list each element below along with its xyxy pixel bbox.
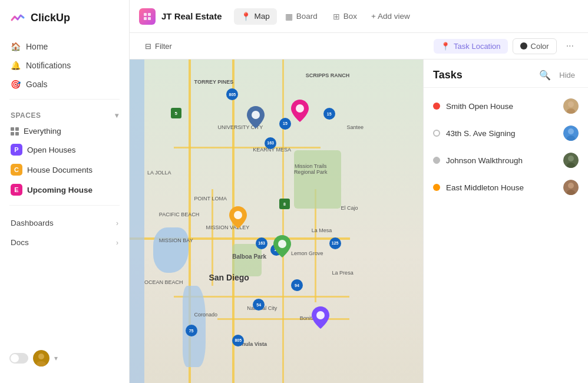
sidebar-item-open-houses[interactable]: P Open Houses: [5, 140, 124, 159]
search-button[interactable]: 🔍: [539, 70, 551, 81]
mission-bay-water: [153, 227, 189, 273]
filter-button[interactable]: ⊟ Filter: [139, 39, 178, 54]
sidebar-item-home[interactable]: 🏠 Home: [5, 38, 124, 55]
task-item[interactable]: 43th S. Ave Signing: [424, 120, 588, 147]
svg-point-16: [568, 128, 574, 134]
task-status-dot: [433, 157, 440, 164]
task-status-dot: [433, 103, 440, 110]
tasks-panel: Tasks 🔍 Hide Smith Open House: [423, 60, 588, 383]
user-avatar[interactable]: [33, 350, 49, 367]
user-menu-icon[interactable]: ▾: [54, 354, 58, 362]
sidebar-item-goals[interactable]: 🎯 Goals: [5, 75, 124, 93]
tasks-header: Tasks 🔍 Hide: [424, 60, 588, 88]
clickup-logo-icon: [9, 9, 26, 26]
map-label-torrey-pines: TORREY PINES: [194, 79, 234, 85]
section-docs[interactable]: Docs ›: [0, 230, 129, 249]
sidebar-item-house-documents[interactable]: C House Documents: [5, 160, 124, 179]
highway-badge-54: 54: [253, 299, 265, 311]
color-button[interactable]: Color: [513, 38, 557, 54]
grid-icon: [11, 127, 19, 136]
svg-point-10: [278, 240, 286, 248]
tab-label: Map: [255, 12, 270, 21]
svg-rect-5: [144, 17, 147, 20]
task-location-button[interactable]: 📍 Task Location: [434, 39, 508, 54]
svg-point-11: [316, 311, 325, 319]
task-name: 43th S. Ave Signing: [446, 129, 557, 138]
content-area: TORREY PINES SCRIPPS RANCH UNIVERSITY CI…: [130, 60, 588, 383]
sidebar-item-label: Open Houses: [27, 146, 76, 154]
map-label-lemon-grove: Lemon Grove: [291, 250, 323, 256]
section-dashboards[interactable]: Dashboards ›: [0, 210, 129, 230]
map-label-la-presa: La Presa: [332, 270, 354, 276]
home-icon: 🏠: [11, 42, 20, 51]
spaces-chevron-icon[interactable]: ▾: [115, 111, 119, 120]
highway-badge-15: 15: [279, 118, 291, 130]
filter-label: Filter: [155, 42, 172, 51]
map-label-santee: Santee: [347, 124, 364, 130]
sidebar-item-label: Home: [26, 42, 48, 51]
sidebar-bottom: ▾: [0, 343, 129, 374]
workspace-name: JT Real Estate: [161, 11, 222, 21]
map-label-pacific-beach: PACIFIC BEACH: [159, 212, 199, 217]
tab-board[interactable]: ▦ Board: [278, 8, 325, 25]
theme-toggle[interactable]: [9, 353, 28, 364]
sidebar-item-upcoming-house[interactable]: E Upcoming House: [5, 180, 124, 199]
mission-trails-park: [294, 150, 341, 209]
bell-icon: 🔔: [11, 61, 20, 70]
map-label-scripps-ranch: SCRIPPS RANCH: [306, 72, 350, 78]
box-icon: ⊞: [333, 12, 340, 21]
sidebar-item-label: Upcoming House: [27, 186, 93, 194]
map-pin-yellow[interactable]: [229, 206, 247, 231]
sidebar-item-everything[interactable]: Everything: [5, 123, 124, 139]
sidebar: ClickUp 🏠 Home 🔔 Notifications 🎯 Goals S…: [0, 0, 130, 383]
balboa-park: [232, 244, 262, 276]
main-content: JT Real Estate 📍 Map ▦ Board ⊞ Box + Add…: [130, 0, 588, 383]
tasks-actions: 🔍 Hide: [539, 70, 579, 81]
svg-point-1: [38, 354, 44, 359]
map-pin-blue[interactable]: [247, 106, 265, 131]
sidebar-item-notifications[interactable]: 🔔 Notifications: [5, 57, 124, 74]
task-status-dot: [433, 130, 440, 137]
map-label-chula-vista: Chula Vista: [238, 341, 267, 347]
task-name: Johnson Walkthrough: [446, 156, 557, 165]
tasks-title: Tasks: [433, 69, 463, 81]
add-view-button[interactable]: + Add view: [365, 8, 416, 24]
map-pin-purple[interactable]: [312, 306, 329, 331]
map-pin-pink[interactable]: [291, 100, 309, 124]
task-avatar: [563, 126, 579, 141]
filter-icon: ⊟: [145, 42, 151, 51]
more-options-button[interactable]: ···: [561, 38, 579, 54]
task-item[interactable]: Smith Open House: [424, 93, 588, 120]
task-item[interactable]: East Middleton House: [424, 174, 588, 201]
task-item[interactable]: Johnson Walkthrough: [424, 147, 588, 174]
target-icon: 🎯: [11, 80, 20, 89]
map-container[interactable]: TORREY PINES SCRIPPS RANCH UNIVERSITY CI…: [130, 60, 423, 383]
task-avatar: [563, 153, 579, 168]
highway-badge-94: 94: [291, 279, 303, 291]
color-label: Color: [531, 42, 549, 51]
map-label-ocean-beach: OCEAN BEACH: [144, 279, 183, 285]
logo-text: ClickUp: [31, 12, 70, 24]
map-label-national-city: National City: [247, 305, 277, 311]
tab-map[interactable]: 📍 Map: [234, 8, 277, 25]
svg-point-9: [234, 211, 242, 219]
highway-sr163: [212, 189, 213, 286]
task-location-label: Task Location: [454, 42, 501, 51]
svg-point-19: [568, 156, 574, 161]
spaces-header: Spaces ▾: [0, 104, 129, 123]
map-pin-green[interactable]: [273, 235, 291, 260]
location-pin-icon: 📍: [441, 42, 450, 51]
sidebar-divider-1: [9, 99, 120, 100]
tab-box[interactable]: ⊞ Box: [326, 8, 364, 25]
chevron-right-icon: ›: [116, 219, 118, 227]
task-name: Smith Open House: [446, 102, 557, 111]
hide-button[interactable]: Hide: [556, 70, 579, 81]
highway-badge-8: 8: [279, 199, 290, 209]
highway-i15: [282, 60, 284, 383]
sidebar-item-label: Goals: [26, 80, 48, 89]
view-tabs: 📍 Map ▦ Board ⊞ Box + Add view: [234, 8, 416, 25]
color-swatch-icon: [520, 42, 527, 49]
highway-sr54: [217, 318, 349, 320]
tab-label: Box: [343, 12, 357, 21]
section-title: Docs: [11, 238, 29, 247]
